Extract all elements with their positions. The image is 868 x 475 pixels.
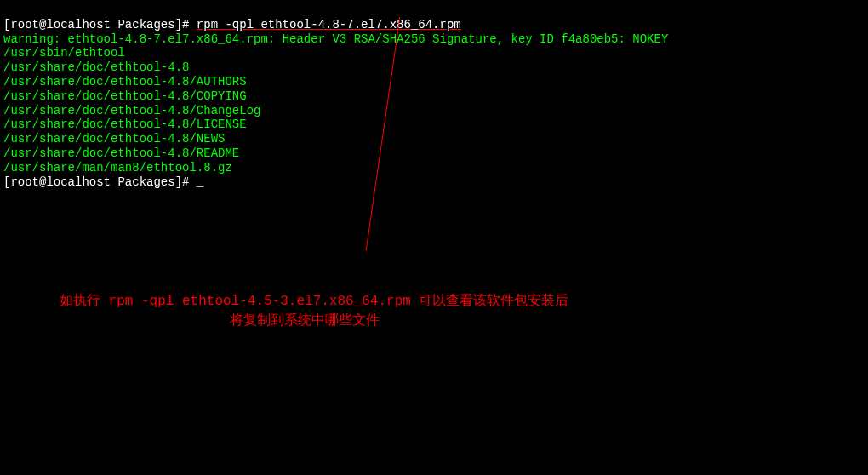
file-path: /usr/sbin/ethtool	[3, 46, 125, 60]
file-path: /usr/share/doc/ethtool-4.8/COPYING	[3, 89, 247, 103]
shell-prompt: [root@localhost Packages]#	[3, 175, 197, 189]
file-path: /usr/share/doc/ethtool-4.8/ChangeLog	[3, 104, 260, 117]
file-path: /usr/share/doc/ethtool-4.8/README	[3, 146, 239, 160]
annotation-line2: 将复制到系统中哪些文件	[230, 313, 380, 329]
file-path: /usr/share/doc/ethtool-4.8/AUTHORS	[3, 75, 247, 89]
warning-line: warning: ethtool-4.8-7.el7.x86_64.rpm: H…	[3, 32, 668, 46]
annotation-line1: 如执行 rpm -qpl ethtool-4.5-3.el7.x86_64.rp…	[60, 294, 568, 310]
file-path: /usr/share/doc/ethtool-4.8/LICENSE	[3, 117, 247, 131]
file-path: /usr/share/doc/ethtool-4.8/NEWS	[3, 132, 225, 146]
file-path: /usr/share/man/man8/ethtool.8.gz	[3, 161, 232, 175]
shell-prompt: [root@localhost Packages]#	[3, 18, 197, 31]
terminal-output: [root@localhost Packages]# rpm -qpl etht…	[0, 0, 868, 192]
command-text: rpm -qpl ethtool-4.8-7.el7.x86_64.rpm	[197, 18, 461, 31]
cursor[interactable]: _	[197, 175, 203, 189]
file-path: /usr/share/doc/ethtool-4.8	[3, 60, 189, 74]
